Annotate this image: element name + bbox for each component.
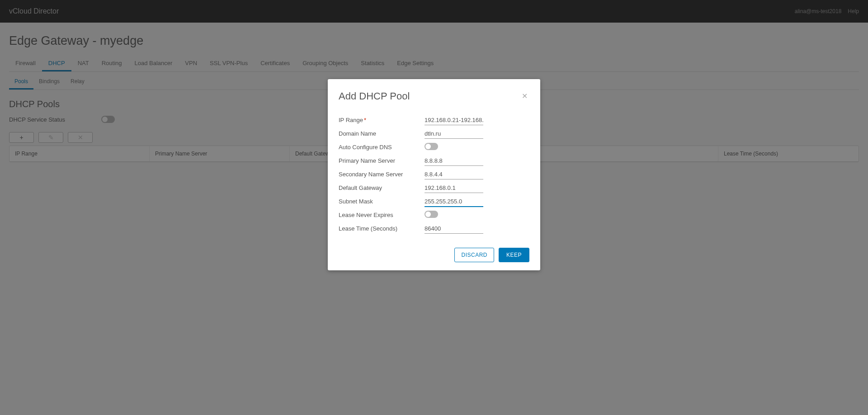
- label-domain-name: Domain Name: [339, 130, 425, 137]
- row-default-gw: Default Gateway: [339, 181, 529, 194]
- modal-header: Add DHCP Pool ✕: [339, 90, 529, 102]
- close-icon[interactable]: ✕: [520, 90, 529, 102]
- row-auto-dns: Auto Configure DNS: [339, 141, 529, 154]
- label-auto-dns: Auto Configure DNS: [339, 144, 425, 151]
- lease-never-toggle[interactable]: [425, 211, 438, 218]
- row-lease-never: Lease Never Expires: [339, 208, 529, 222]
- label-ip-range: IP Range*: [339, 117, 425, 123]
- primary-ns-input[interactable]: [425, 156, 483, 166]
- modal-title: Add DHCP Pool: [339, 90, 410, 102]
- domain-name-input[interactable]: [425, 128, 483, 139]
- row-secondary-ns: Secondary Name Server: [339, 168, 529, 181]
- modal-overlay: Add DHCP Pool ✕ IP Range* Domain Name Au…: [0, 0, 868, 415]
- row-domain-name: Domain Name: [339, 127, 529, 140]
- auto-dns-toggle[interactable]: [425, 143, 438, 150]
- row-subnet-mask: Subnet Mask: [339, 195, 529, 208]
- row-primary-ns: Primary Name Server: [339, 154, 529, 167]
- add-dhcp-pool-modal: Add DHCP Pool ✕ IP Range* Domain Name Au…: [328, 79, 540, 270]
- label-secondary-ns: Secondary Name Server: [339, 171, 425, 178]
- row-ip-range: IP Range*: [339, 113, 529, 127]
- keep-button[interactable]: KEEP: [499, 248, 529, 262]
- secondary-ns-input[interactable]: [425, 169, 483, 179]
- subnet-mask-input[interactable]: [425, 196, 483, 207]
- label-lease-time: Lease Time (Seconds): [339, 225, 425, 232]
- label-primary-ns: Primary Name Server: [339, 157, 425, 164]
- label-subnet-mask: Subnet Mask: [339, 198, 425, 205]
- discard-button[interactable]: DISCARD: [454, 248, 494, 262]
- row-lease-time: Lease Time (Seconds): [339, 222, 529, 235]
- default-gw-input[interactable]: [425, 183, 483, 193]
- label-default-gw: Default Gateway: [339, 184, 425, 191]
- modal-actions: DISCARD KEEP: [339, 248, 529, 262]
- lease-time-input[interactable]: [425, 223, 483, 234]
- ip-range-input[interactable]: [425, 115, 483, 125]
- label-lease-never: Lease Never Expires: [339, 212, 425, 218]
